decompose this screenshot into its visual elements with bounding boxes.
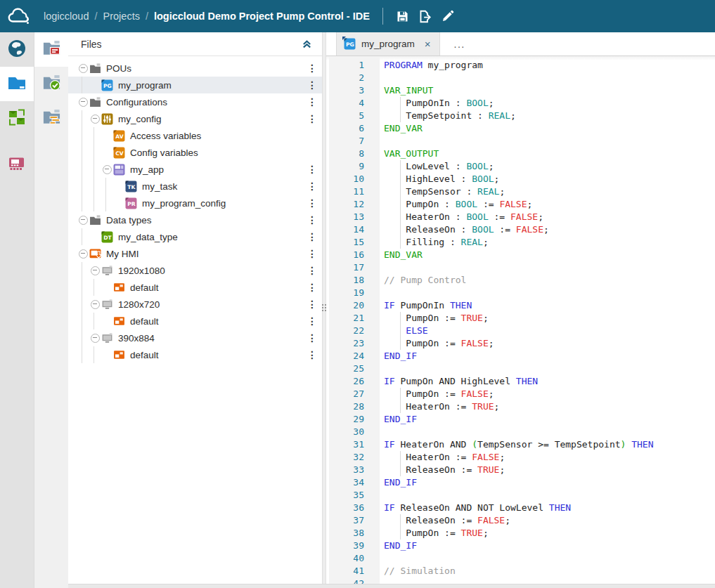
collapse-toggle-icon[interactable] (89, 264, 101, 277)
tree-item-label: my_data_type (118, 232, 178, 242)
code-line: 18// Pump Control (326, 274, 715, 287)
tree-row-pous[interactable]: POUs⋮ (68, 60, 322, 77)
indent-guide (400, 110, 401, 122)
activity-item-hmi-device[interactable] (0, 148, 34, 182)
tree-row-data-types[interactable]: Data types⋮ (68, 211, 322, 228)
activity-item-folder-screen[interactable] (34, 32, 68, 67)
tree-row-390x884[interactable]: 390x884⋮ (68, 329, 322, 346)
tree-row-access-variables[interactable]: AVAccess variables (68, 127, 322, 144)
collapse-toggle-icon[interactable] (89, 112, 101, 125)
indent-guide (400, 198, 401, 211)
splitter-drag-handle-icon[interactable] (323, 304, 326, 311)
kebab-menu-icon[interactable]: ⋮ (307, 110, 318, 127)
tab-overflow-menu[interactable]: ... (454, 32, 465, 55)
activity-item-folder-blue[interactable] (0, 67, 34, 101)
collapse-toggle-icon[interactable] (77, 214, 89, 226)
code-line: 37 ReleaseOn := FALSE; (326, 514, 715, 527)
top-bar: logiccloud/Projects/logiccloud Demo Proj… (0, 0, 715, 32)
tree-row-my-app[interactable]: my_app⋮ (68, 161, 322, 178)
tree-row-my-data-type[interactable]: DTmy_data_type⋮ (68, 228, 322, 245)
kebab-menu-icon[interactable]: ⋮ (307, 195, 318, 211)
tree-row-my-config[interactable]: my_config⋮ (68, 110, 322, 127)
collapse-toggle-icon[interactable] (77, 96, 89, 108)
kebab-menu-icon[interactable]: ⋮ (307, 245, 318, 262)
folder-icon (89, 96, 101, 108)
tree-row-my-task[interactable]: TKmy_task⋮ (68, 178, 322, 195)
tree-row-1280x720[interactable]: 1280x720⋮ (68, 296, 322, 313)
close-tab-icon[interactable]: × (425, 39, 431, 49)
indent-guide (400, 236, 401, 249)
pr-icon: PR (125, 197, 137, 209)
tree-guide-line (94, 279, 94, 296)
collapse-panel-button[interactable] (302, 39, 312, 49)
code-text (384, 261, 715, 274)
bottom-strip (68, 584, 715, 588)
hmi-device-icon (6, 153, 27, 177)
tree-guide-line (82, 346, 82, 363)
kebab-menu-icon[interactable]: ⋮ (307, 296, 318, 313)
tree-row-configurations[interactable]: Configurations⋮ (68, 93, 322, 110)
tree-item-label: my_program (118, 80, 172, 91)
code-line: 23 PumpOn := FALSE; (326, 337, 715, 350)
kebab-menu-icon[interactable]: ⋮ (307, 60, 318, 77)
kebab-menu-icon[interactable]: ⋮ (307, 178, 318, 195)
line-number: 19 (329, 287, 380, 299)
collapse-toggle-icon[interactable] (77, 62, 89, 74)
collapse-toggle-icon[interactable] (77, 247, 89, 260)
kebab-menu-icon[interactable]: ⋮ (307, 329, 318, 346)
code-area[interactable]: 1PROGRAM my_program23VAR_INPUT4 PumpOnIn… (326, 56, 715, 584)
tk-icon: TK (125, 181, 137, 192)
kebab-menu-icon[interactable]: ⋮ (307, 313, 318, 329)
config-icon (101, 113, 113, 125)
kebab-menu-icon[interactable]: ⋮ (307, 346, 318, 363)
collapse-toggle-icon[interactable] (89, 332, 101, 344)
line-number: 27 (329, 388, 380, 400)
code-text: IF PumpOnIn THEN (384, 299, 715, 312)
code-text: PumpOn := FALSE; (384, 337, 715, 350)
editor-tab-my_program[interactable]: PGmy_program× (336, 32, 440, 55)
kebab-menu-icon[interactable]: ⋮ (307, 161, 318, 178)
kebab-menu-icon[interactable]: ⋮ (307, 93, 318, 110)
tree-row-my-program-config[interactable]: PRmy_program_config⋮ (68, 195, 322, 211)
kebab-menu-icon[interactable]: ⋮ (307, 211, 318, 228)
tree-row-my-program[interactable]: PGmy_program⋮ (68, 77, 322, 93)
kebab-menu-icon[interactable]: ⋮ (307, 262, 318, 279)
svg-text:PR: PR (127, 201, 136, 207)
code-text: // Pump Control (384, 274, 715, 287)
save-button[interactable] (392, 5, 414, 27)
tree-row-my-hmi[interactable]: My HMI⋮ (68, 245, 322, 262)
export-button[interactable] (414, 5, 437, 27)
kebab-menu-icon[interactable]: ⋮ (307, 279, 318, 296)
globe-icon (6, 38, 27, 62)
tree-row-default[interactable]: default⋮ (68, 313, 322, 329)
code-line: 6END_VAR (326, 122, 715, 135)
code-text: END_VAR (384, 249, 715, 261)
activity-item-folder-check[interactable] (34, 67, 68, 101)
code-text: END_VAR (384, 122, 715, 135)
tree-row-default[interactable]: default⋮ (68, 279, 322, 296)
line-number: 5 (329, 110, 380, 122)
tree-row-1920x1080[interactable]: 1920x1080⋮ (68, 262, 322, 279)
line-number: 2 (329, 72, 380, 84)
kebab-menu-icon[interactable]: ⋮ (307, 228, 318, 245)
kebab-menu-icon[interactable]: ⋮ (307, 77, 318, 93)
collapse-toggle-icon[interactable] (101, 163, 113, 176)
breadcrumb-segment[interactable]: logiccloud (44, 11, 89, 22)
activity-item-packages[interactable] (0, 101, 34, 136)
files-panel: Files POUs⋮PGmy_program⋮Configurations⋮m… (68, 32, 322, 584)
activity-item-globe[interactable] (0, 32, 34, 67)
edit-button[interactable] (437, 5, 459, 27)
tree-row-default[interactable]: default⋮ (68, 346, 322, 363)
tree-row-config-variables[interactable]: CVConfig variables (68, 144, 322, 161)
indent-guide (400, 185, 401, 198)
breadcrumb-segment[interactable]: Projects (103, 11, 140, 22)
collapse-toggle-icon[interactable] (89, 298, 101, 311)
svg-text:TK: TK (127, 184, 136, 190)
code-text: IF ReleaseOn AND NOT LowLevel THEN (384, 502, 715, 514)
tree-item-label: my_app (130, 164, 164, 175)
code-line: 15 Filling : REAL; (326, 236, 715, 249)
tree-guide-line (82, 77, 82, 93)
cv-icon: CV (113, 147, 125, 159)
activity-item-folder-list[interactable] (34, 101, 68, 136)
line-number: 31 (329, 438, 380, 451)
